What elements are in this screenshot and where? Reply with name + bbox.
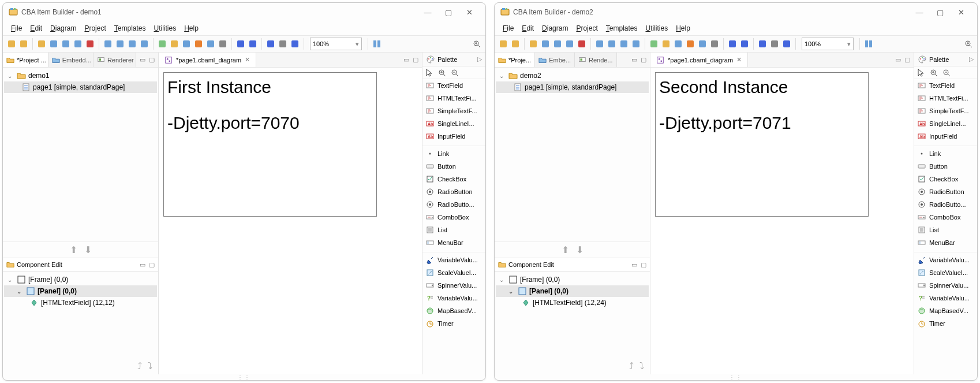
menu-diagram[interactable]: Diagram <box>47 23 80 34</box>
maximize-editor-icon[interactable]: ▢ <box>413 56 418 64</box>
toolbar-button[interactable] <box>727 39 738 49</box>
palette-item[interactable]: CheckBox <box>422 173 485 185</box>
zoom-combo[interactable]: 100%▾ <box>802 38 854 50</box>
toolbar-button[interactable] <box>709 39 720 49</box>
move-up-button[interactable]: ⬆ <box>70 244 77 255</box>
toolbar-button[interactable] <box>528 39 538 49</box>
bottom-splitter[interactable]: ⋮⋮ <box>3 374 485 380</box>
project-tree[interactable]: ⌄ demo1 page1 [simple, standardPage] <box>3 68 158 241</box>
twisty-icon[interactable]: ⌄ <box>508 288 515 295</box>
canvas-area[interactable]: Second Instance -Djetty.port=7071 <box>650 68 914 374</box>
close-button[interactable]: ✕ <box>951 8 971 17</box>
toolbar-button[interactable] <box>6 39 17 49</box>
menu-project[interactable]: Project <box>81 23 109 34</box>
maximize-view-icon[interactable]: ▢ <box>149 56 155 64</box>
zoom-combo[interactable]: 100%▾ <box>310 38 362 50</box>
palette-item[interactable]: RadioButto... <box>914 198 977 211</box>
page-canvas[interactable]: Second Instance -Djetty.port=7071 <box>655 72 869 217</box>
collapse-palette-icon[interactable]: ▷ <box>969 55 974 63</box>
menu-templates[interactable]: Templates <box>603 23 641 34</box>
menu-edit[interactable]: Edit <box>27 23 46 34</box>
palette-item[interactable]: SimpleTextF... <box>422 105 485 117</box>
view-tab[interactable]: Renderer <box>93 53 136 67</box>
export-down-button[interactable]: ⤵ <box>639 361 644 371</box>
toolbar-button[interactable] <box>564 39 575 49</box>
toolbar-button[interactable] <box>631 39 641 49</box>
menu-utilities[interactable]: Utilities <box>642 23 671 34</box>
toolbar-button[interactable] <box>781 39 792 49</box>
palette-item[interactable]: RadioButton <box>914 185 977 198</box>
palette-item[interactable]: TextField <box>914 79 977 92</box>
component-tree[interactable]: ⌄ [Frame] (0,0) ⌄ [Panel] (0,0) [HTMLTex… <box>3 272 158 358</box>
cursor-tool-icon[interactable] <box>917 68 926 77</box>
bottom-splitter[interactable]: ⋮⋮ <box>495 374 977 380</box>
palette-item[interactable]: Link <box>422 147 485 160</box>
toolbar-button[interactable] <box>169 39 179 49</box>
export-down-button[interactable]: ⤵ <box>148 361 152 371</box>
project-tree[interactable]: ⌄ demo2 page1 [simple, standardPage] <box>495 68 650 241</box>
export-up-button[interactable]: ⤴ <box>629 361 634 371</box>
menu-file[interactable]: File <box>8 23 25 34</box>
palette-item[interactable]: MapBasedV... <box>914 304 977 317</box>
palette-item[interactable]: List <box>914 224 977 236</box>
toolbar-button[interactable] <box>85 39 95 49</box>
maximize-view-icon[interactable]: ▢ <box>641 261 646 269</box>
palette-item[interactable]: Link <box>914 147 977 160</box>
palette-item[interactable]: List <box>422 224 485 236</box>
comp-panel-row[interactable]: ⌄ [Panel] (0,0) <box>4 285 157 297</box>
view-tab[interactable]: *Project ... <box>3 53 48 67</box>
twisty-icon[interactable]: ⌄ <box>8 277 14 283</box>
toolbar-button[interactable] <box>673 39 683 49</box>
toolbar-button[interactable] <box>61 39 71 49</box>
toolbar-button[interactable] <box>48 39 59 49</box>
minimize-editor-icon[interactable]: ▭ <box>895 56 901 64</box>
export-up-button[interactable]: ⤴ <box>137 361 142 371</box>
twisty-icon[interactable]: ⌄ <box>499 73 506 79</box>
editor-tab[interactable]: *page1.cbaml_diagram ✕ <box>650 53 748 67</box>
search-button[interactable] <box>472 39 482 49</box>
toolbar-button[interactable] <box>661 39 671 49</box>
maximize-view-icon[interactable]: ▢ <box>149 261 155 269</box>
page-canvas[interactable]: First Instance -Djetty.port=7070 <box>163 72 377 217</box>
comp-frame-row[interactable]: ⌄ [Frame] (0,0) <box>4 274 157 285</box>
tree-page-row[interactable]: page1 [simple, standardPage] <box>4 81 157 93</box>
palette-item[interactable]: ComboBox <box>422 211 485 224</box>
palette-item[interactable]: AbSingleLineI... <box>914 117 977 130</box>
minimize-button[interactable]: — <box>909 8 930 17</box>
menu-utilities[interactable]: Utilities <box>150 23 179 34</box>
toolbar-button[interactable] <box>552 39 563 49</box>
toolbar-button[interactable] <box>218 39 228 49</box>
cursor-tool-icon[interactable] <box>425 68 434 77</box>
close-button[interactable]: ✕ <box>459 8 480 17</box>
palette-item[interactable]: VariableValu... <box>422 254 485 266</box>
palette-item[interactable]: Timer <box>422 317 485 330</box>
menu-edit[interactable]: Edit <box>518 23 537 34</box>
minimize-editor-icon[interactable]: ▭ <box>403 56 409 64</box>
minimize-view-icon[interactable]: ▭ <box>140 56 145 64</box>
toolbar-button[interactable] <box>265 39 276 49</box>
minimize-view-icon[interactable]: ▭ <box>631 261 637 269</box>
toolbar-button[interactable] <box>18 39 29 49</box>
toolbar-button[interactable] <box>685 39 695 49</box>
minimize-view-icon[interactable]: ▭ <box>140 261 145 269</box>
toolbar-button[interactable] <box>115 39 125 49</box>
palette-item[interactable]: MenuBar <box>914 236 977 249</box>
palette-item[interactable]: TextField <box>422 79 485 92</box>
close-tab-icon[interactable]: ✕ <box>245 56 250 64</box>
palette-item[interactable]: ScaleValueI... <box>914 266 977 279</box>
view-tab[interactable]: Embe... <box>535 53 575 67</box>
twisty-icon[interactable]: ⌄ <box>17 288 24 295</box>
menu-project[interactable]: Project <box>573 23 601 34</box>
palette-item[interactable]: ?VariableValu... <box>914 292 977 304</box>
toolbar-button[interactable] <box>607 39 617 49</box>
menu-help[interactable]: Help <box>672 23 694 34</box>
toolbar-button[interactable] <box>248 39 258 49</box>
toolbar-button[interactable] <box>510 39 521 49</box>
toolbar-button[interactable] <box>157 39 167 49</box>
palette-item[interactable]: SimpleTextF... <box>914 105 977 117</box>
palette-item[interactable]: VariableValu... <box>914 254 977 266</box>
palette-item[interactable]: AbInputField <box>914 130 977 143</box>
toolbar-button[interactable] <box>649 39 659 49</box>
component-tree[interactable]: ⌄ [Frame] (0,0) ⌄ [Panel] (0,0) [HTMLTex… <box>495 272 650 358</box>
maximize-view-icon[interactable]: ▢ <box>641 56 646 64</box>
